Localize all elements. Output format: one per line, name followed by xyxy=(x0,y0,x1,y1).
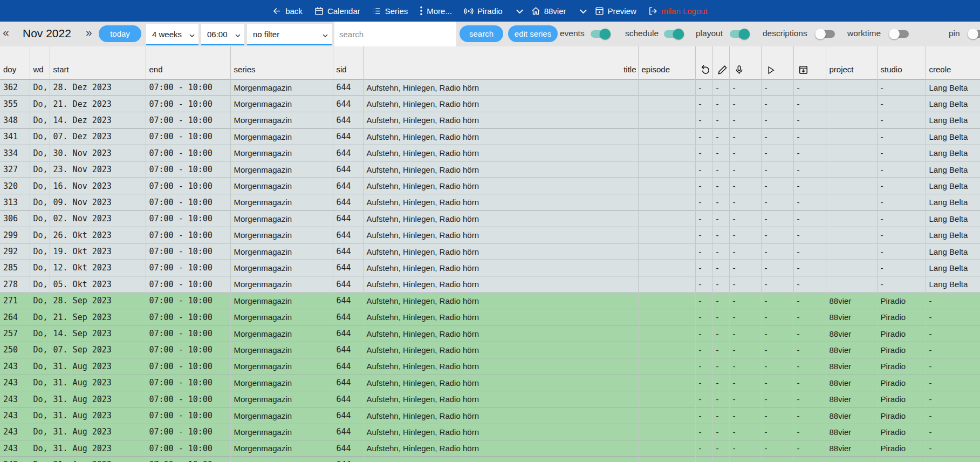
column-header-start[interactable]: start xyxy=(50,46,146,79)
table-row[interactable]: 271Do,28. Sep 202307:00 - 10:00Morgenmag… xyxy=(0,293,980,309)
schedule-table: doy wd start end series sid title episod… xyxy=(0,46,980,462)
range-select[interactable]: 4 weeks xyxy=(146,24,198,45)
cell-title: Aufstehn, Hinlegen, Radio hörn xyxy=(363,260,638,276)
table-row[interactable]: 264Do,21. Sep 202307:00 - 10:00Morgenmag… xyxy=(0,309,980,325)
cell-series: Morgenmagazin xyxy=(230,407,333,424)
cell-play: - xyxy=(761,79,793,96)
column-header-archive[interactable] xyxy=(793,46,826,79)
table-row[interactable]: 306Do,02. Nov 202307:00 - 10:00Morgenmag… xyxy=(0,210,980,227)
cell-sid: 644 xyxy=(333,194,363,210)
month-label: Nov 2022 xyxy=(23,27,71,40)
more-menu-button[interactable]: More... xyxy=(420,6,452,16)
archive-icon xyxy=(798,67,808,77)
cell-title: Aufstehn, Hinlegen, Radio hörn xyxy=(363,178,638,194)
next-month-button[interactable]: » xyxy=(86,26,92,39)
column-header-creole[interactable]: creole xyxy=(926,46,980,79)
column-header-title[interactable]: title xyxy=(363,46,638,79)
cell-title: Aufstehn, Hinlegen, Radio hörn xyxy=(363,358,638,375)
toggle-worktime[interactable] xyxy=(889,29,909,39)
table-row[interactable]: 243Do,31. Aug 202307:00 - 10:00Morgenmag… xyxy=(0,440,980,457)
cell-archive: - xyxy=(793,210,826,227)
table-row[interactable]: 285Do,12. Okt 202307:00 - 10:00Morgenmag… xyxy=(0,260,980,276)
column-header-mic[interactable] xyxy=(729,46,761,79)
cell-wd: Do, xyxy=(30,243,50,260)
cell-doy: 243 xyxy=(0,457,30,462)
cell-start: 31. Aug 2023 xyxy=(50,375,146,391)
table-row[interactable]: 250Do,07. Sep 202307:00 - 10:00Morgenmag… xyxy=(0,342,980,358)
cell-play: - xyxy=(761,407,793,424)
cell-episode xyxy=(638,375,695,391)
more-dots-icon xyxy=(420,6,423,16)
cell-undo: - xyxy=(695,457,712,462)
cell-wd: Do, xyxy=(30,391,50,407)
search-button[interactable]: search xyxy=(460,25,503,42)
edit-series-button[interactable]: edit series xyxy=(508,25,558,42)
toggle-descriptions[interactable] xyxy=(815,29,835,39)
toggle-events[interactable] xyxy=(591,29,611,39)
range-select-value: 4 weeks xyxy=(152,30,182,39)
cell-end: 07:00 - 10:00 xyxy=(146,243,230,260)
cell-undo: - xyxy=(695,210,712,227)
back-button[interactable]: back xyxy=(272,6,303,16)
cell-wd: Do, xyxy=(30,161,50,178)
cell-sid: 644 xyxy=(333,391,363,407)
site-chevron-down-icon[interactable] xyxy=(580,6,587,16)
toggle-schedule[interactable] xyxy=(664,29,684,39)
cell-doy: 264 xyxy=(0,309,30,325)
table-row[interactable]: 334Do,30. Nov 202307:00 - 10:00Morgenmag… xyxy=(0,145,980,161)
table-row[interactable]: 243Do,31. Aug 202307:00 - 10:00Morgenmag… xyxy=(0,457,980,462)
column-header-wd[interactable]: wd xyxy=(30,46,50,79)
table-row[interactable]: 355Do,21. Dez 202307:00 - 10:00Morgenmag… xyxy=(0,96,980,112)
column-header-series[interactable]: series xyxy=(230,46,333,79)
table-row[interactable]: 257Do,14. Sep 202307:00 - 10:00Morgenmag… xyxy=(0,325,980,342)
table-row[interactable]: 348Do,14. Dez 202307:00 - 10:00Morgenmag… xyxy=(0,112,980,128)
table-row[interactable]: 243Do,31. Aug 202307:00 - 10:00Morgenmag… xyxy=(0,424,980,440)
cell-episode xyxy=(638,325,695,342)
cell-sid: 644 xyxy=(333,276,363,293)
column-header-project[interactable]: project xyxy=(826,46,877,79)
column-header-episode[interactable]: episode xyxy=(638,46,695,79)
table-row[interactable]: 362Do,28. Dez 202307:00 - 10:00Morgenmag… xyxy=(0,79,980,96)
column-header-studio[interactable]: studio xyxy=(877,46,926,79)
table-row[interactable]: 313Do,09. Nov 202307:00 - 10:00Morgenmag… xyxy=(0,194,980,210)
cell-studio: - xyxy=(877,227,926,243)
toggle-pin[interactable] xyxy=(968,29,980,39)
prev-month-button[interactable]: « xyxy=(3,26,9,39)
cell-project: 88vier xyxy=(826,325,877,342)
table-row[interactable]: 243Do,31. Aug 202307:00 - 10:00Morgenmag… xyxy=(0,391,980,407)
series-nav-button[interactable]: Series xyxy=(372,6,408,16)
logout-button[interactable]: milan Logout xyxy=(648,6,708,16)
search-input[interactable] xyxy=(334,22,456,46)
toggle-playout[interactable] xyxy=(730,29,750,39)
table-row[interactable]: 320Do,16. Nov 202307:00 - 10:00Morgenmag… xyxy=(0,178,980,194)
column-header-end[interactable]: end xyxy=(146,46,230,79)
cell-creole: - xyxy=(926,342,980,358)
calendar-nav-button[interactable]: Calendar xyxy=(314,6,360,16)
column-header-undo[interactable] xyxy=(695,46,712,79)
table-row[interactable]: 243Do,31. Aug 202307:00 - 10:00Morgenmag… xyxy=(0,375,980,391)
cell-end: 07:00 - 10:00 xyxy=(146,457,230,462)
table-row[interactable]: 341Do,07. Dez 202307:00 - 10:00Morgenmag… xyxy=(0,128,980,145)
today-button[interactable]: today xyxy=(99,25,141,42)
table-row[interactable]: 278Do,05. Okt 202307:00 - 10:00Morgenmag… xyxy=(0,276,980,293)
time-select[interactable]: 06:00 xyxy=(201,24,244,45)
column-header-play[interactable] xyxy=(761,46,793,79)
table-row[interactable]: 299Do,26. Okt 202307:00 - 10:00Morgenmag… xyxy=(0,227,980,243)
station-chevron-down-icon[interactable] xyxy=(516,6,523,16)
station-menu[interactable]: Piradio xyxy=(464,6,503,16)
site-menu[interactable]: 88vier xyxy=(531,6,566,16)
table-row[interactable]: 292Do,19. Okt 202307:00 - 10:00Morgenmag… xyxy=(0,243,980,260)
column-header-sid[interactable]: sid xyxy=(333,46,363,79)
cell-studio: - xyxy=(877,161,926,178)
cell-title: Aufstehn, Hinlegen, Radio hörn xyxy=(363,424,638,440)
column-header-edit[interactable] xyxy=(712,46,729,79)
cell-archive: - xyxy=(793,342,826,358)
preview-button[interactable]: Preview xyxy=(595,6,636,16)
table-row[interactable]: 243Do,31. Aug 202307:00 - 10:00Morgenmag… xyxy=(0,407,980,424)
table-row[interactable]: 327Do,23. Nov 202307:00 - 10:00Morgenmag… xyxy=(0,161,980,178)
column-header-doy[interactable]: doy xyxy=(0,46,30,79)
cell-doy: 299 xyxy=(0,227,30,243)
cell-creole: Lang Belta xyxy=(926,260,980,276)
table-row[interactable]: 243Do,31. Aug 202307:00 - 10:00Morgenmag… xyxy=(0,358,980,375)
filter-select[interactable]: no filter xyxy=(247,24,332,45)
